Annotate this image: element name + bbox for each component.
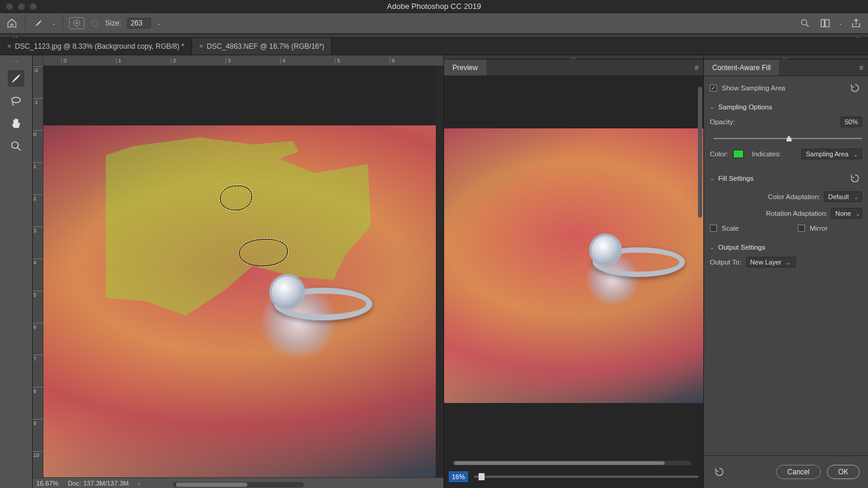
plus-circle-icon <box>73 19 81 27</box>
output-settings-section[interactable]: ⌄ Output Settings <box>710 244 862 251</box>
chevron-down-icon: ⌄ <box>710 175 715 181</box>
reset-icon[interactable] <box>848 81 862 95</box>
maximize-window-icon[interactable] <box>30 3 37 10</box>
selection-marquee <box>219 185 253 211</box>
search-icon[interactable] <box>798 16 812 30</box>
rotation-adaptation-label: Rotation Adaptation: <box>766 210 828 217</box>
ruler-horizontal[interactable]: 0 1 2 3 4 5 6 7 8 9 10 11 12 13 14 15 16 <box>43 55 444 66</box>
reset-icon[interactable] <box>712 465 727 479</box>
close-window-icon[interactable] <box>6 3 13 10</box>
mirror-label: Mirror <box>810 225 828 232</box>
doc-info[interactable]: Doc: 137.3M/137.3M <box>68 480 128 487</box>
scale-label: Scale <box>722 225 739 232</box>
preview-v-scrollbar[interactable] <box>697 82 702 452</box>
document-tab[interactable]: × DSC_1123.jpg @ 8.33% (Background copy,… <box>0 38 192 55</box>
options-bar: ⌄ Size: 263 ⌄ ⌄ <box>0 13 868 34</box>
toolstrip: ›› <box>0 55 33 488</box>
ruler-vertical[interactable]: -2 -1 0 1 2 3 4 5 6 7 8 9 10 11 <box>33 66 43 477</box>
preview-h-scrollbar[interactable] <box>452 461 691 465</box>
color-adaptation-label: Color Adaptation: <box>768 193 820 200</box>
document-tabbar: × DSC_1123.jpg @ 8.33% (Background copy,… <box>0 38 868 55</box>
canvas-h-scrollbar[interactable] <box>173 482 304 487</box>
canvas-status-bar: 16.67% Doc: 137.3M/137.3M › <box>33 477 444 488</box>
caf-panel: ›› Content-Aware Fill ≡ Show Sampling Ar… <box>703 55 868 488</box>
document-tab-label: DSC_4863.NEF @ 16.7% (RGB/16*) <box>207 42 325 51</box>
subtract-circle-icon[interactable] <box>90 19 99 28</box>
output-to-select[interactable]: New Layer <box>746 257 796 267</box>
panel-header: Content-Aware Fill ≡ <box>704 59 868 76</box>
sampling-color-swatch[interactable] <box>733 150 744 158</box>
share-icon[interactable] <box>849 16 863 30</box>
svg-point-1 <box>92 20 98 26</box>
divider <box>25 16 26 30</box>
main-canvas-area: 0 1 2 3 4 5 6 7 8 9 10 11 12 13 14 15 16… <box>33 55 444 488</box>
chevron-right-icon[interactable]: › <box>138 480 140 487</box>
scale-checkbox[interactable] <box>710 225 717 232</box>
preview-panel: ›› Preview ≡ 16% <box>444 55 703 488</box>
chevron-down-icon: ⌄ <box>710 104 715 110</box>
brush-add-mode[interactable] <box>69 17 84 29</box>
lasso-tool-icon[interactable] <box>8 93 24 109</box>
home-icon[interactable] <box>5 16 19 30</box>
preview-zoom-controls: 16% <box>449 470 699 483</box>
fill-settings-section[interactable]: ⌄ Fill Settings <box>710 171 862 185</box>
indicates-select[interactable]: Sampling Area <box>801 149 862 159</box>
panel-tab-caf[interactable]: Content-Aware Fill <box>704 59 779 75</box>
preview-zoom-input[interactable]: 16% <box>449 471 468 482</box>
titlebar: Adobe Photoshop CC 2019 <box>0 0 868 13</box>
chevron-down-icon: ⌄ <box>710 244 715 250</box>
chevron-down-icon[interactable]: ⌄ <box>157 20 162 26</box>
show-sampling-label: Show Sampling Area <box>722 84 785 92</box>
mirror-checkbox[interactable] <box>798 225 805 232</box>
brush-size-input[interactable]: 263 <box>127 18 151 29</box>
divider <box>62 16 63 30</box>
dock-row: ›› <box>444 55 703 59</box>
workspace: ›› 0 1 2 3 4 5 6 7 8 9 10 11 12 13 14 15… <box>0 55 868 488</box>
workspace-switcher-icon[interactable] <box>818 16 832 30</box>
panel-menu-icon[interactable]: ≡ <box>690 64 703 72</box>
brush-tool-icon[interactable] <box>8 70 24 87</box>
close-icon[interactable]: × <box>199 42 203 51</box>
panel-tab-preview[interactable]: Preview <box>444 59 486 75</box>
opacity-input[interactable]: 50% <box>841 117 862 127</box>
svg-point-6 <box>12 142 18 149</box>
ok-button[interactable]: OK <box>827 465 860 479</box>
svg-point-5 <box>12 97 21 103</box>
hand-tool-icon[interactable] <box>8 115 24 132</box>
window-controls <box>0 3 37 10</box>
dock-row: ›› ›› <box>0 34 868 38</box>
document-tab-label: DSC_1123.jpg @ 8.33% (Background copy, R… <box>15 42 184 51</box>
minimize-window-icon[interactable] <box>18 3 25 10</box>
panel-menu-icon[interactable]: ≡ <box>854 64 868 72</box>
brush-preset-icon[interactable] <box>32 16 46 30</box>
svg-point-2 <box>801 20 807 25</box>
rotation-adaptation-select[interactable]: None <box>831 208 862 219</box>
panel-header: Preview ≡ <box>444 59 703 76</box>
canvas-zoom-readout[interactable]: 16.67% <box>36 480 58 487</box>
selection-marquee <box>238 238 288 267</box>
opacity-slider[interactable] <box>713 134 862 143</box>
app-title: Adobe Photoshop CC 2019 <box>387 2 481 11</box>
close-icon[interactable]: × <box>7 42 11 51</box>
sampling-options-section[interactable]: ⌄ Sampling Options <box>710 103 862 111</box>
color-label: Color: <box>710 150 728 158</box>
show-sampling-checkbox[interactable] <box>710 84 717 92</box>
canvas-subject <box>269 265 376 342</box>
chevron-down-icon[interactable]: ⌄ <box>838 20 843 26</box>
opacity-label: Opacity: <box>710 118 735 125</box>
cancel-button[interactable]: Cancel <box>776 465 820 479</box>
preview-viewport[interactable]: 16% <box>444 76 703 488</box>
size-label: Size: <box>105 19 121 27</box>
svg-rect-4 <box>825 20 829 27</box>
chevron-down-icon[interactable]: ⌄ <box>52 20 56 26</box>
zoom-tool-icon[interactable] <box>8 138 24 155</box>
document-tab[interactable]: × DSC_4863.NEF @ 16.7% (RGB/16*) <box>192 38 332 55</box>
main-canvas[interactable] <box>43 66 436 477</box>
svg-rect-3 <box>821 20 824 27</box>
preview-zoom-slider[interactable] <box>474 476 699 478</box>
color-adaptation-select[interactable]: Default <box>824 191 862 202</box>
reset-icon[interactable] <box>848 171 862 185</box>
indicates-label: Indicates: <box>752 150 781 158</box>
caf-footer: Cancel OK <box>704 455 868 488</box>
ruler-corner <box>33 55 43 66</box>
